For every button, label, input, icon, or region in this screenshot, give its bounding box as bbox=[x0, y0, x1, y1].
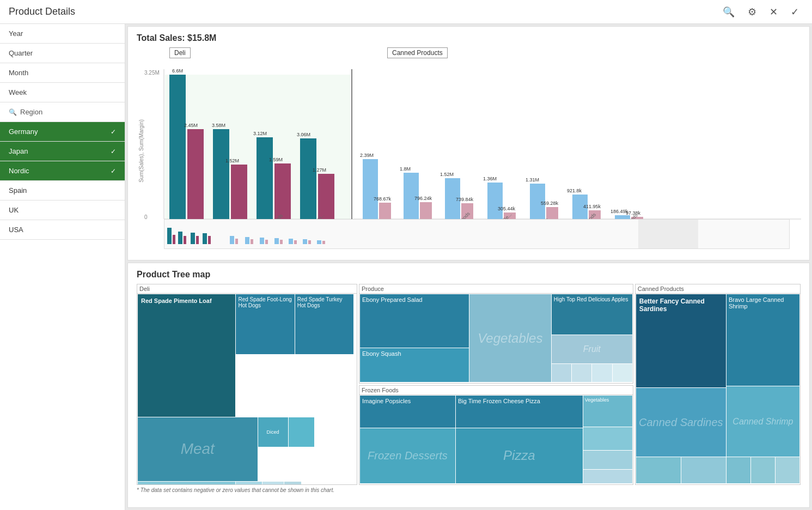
treemap-cell-fr1[interactable] bbox=[583, 427, 632, 450]
bar-alcoholic-sales[interactable] bbox=[487, 183, 503, 219]
treemap-frozen-section: Frozen Foods Imagine Popsicles Frozen De… bbox=[359, 385, 633, 485]
svg-rect-55 bbox=[274, 238, 279, 244]
svg-text:1.27M: 1.27M bbox=[313, 167, 326, 173]
treemap-cell-canned-shrimp[interactable]: Canned Shrimp bbox=[726, 386, 799, 456]
bar-dairy-margin[interactable] bbox=[379, 203, 391, 219]
treemap-cell-ebony-salad[interactable]: Ebony Prepared Salad bbox=[360, 294, 469, 348]
treemap-cell-fr2[interactable] bbox=[583, 451, 632, 469]
svg-text:1.8M: 1.8M bbox=[400, 166, 411, 172]
svg-text:1.36M: 1.36M bbox=[483, 176, 497, 181]
treemap-canned-inner: Better Fancy Canned Sardines Canned Sard… bbox=[636, 294, 800, 484]
region-germany[interactable]: Germany ✓ bbox=[0, 122, 125, 142]
svg-rect-56 bbox=[280, 240, 283, 244]
treemap-cell-small1[interactable] bbox=[289, 417, 314, 447]
treemap-frozen-left: Imagine Popsicles Frozen Desserts bbox=[360, 396, 455, 483]
svg-text:3.25M: 3.25M bbox=[144, 70, 160, 76]
chart-title: Total Sales: $15.8M bbox=[137, 33, 801, 43]
bar-frozen-margin[interactable] bbox=[274, 163, 291, 219]
svg-rect-50 bbox=[235, 239, 238, 244]
svg-text:2.45M: 2.45M bbox=[184, 123, 198, 128]
confirm-button[interactable]: ✓ bbox=[786, 4, 803, 20]
treemap-cell-popsicles[interactable]: Imagine Popsicles bbox=[360, 396, 455, 428]
region-nordic-label: Nordic bbox=[9, 167, 29, 175]
treemap-cell-hightop[interactable]: High Top Red Delicious Apples bbox=[552, 294, 632, 335]
bar-beverages-margin[interactable] bbox=[546, 207, 558, 219]
svg-rect-62 bbox=[322, 241, 325, 244]
settings-button[interactable]: ⚙ bbox=[743, 4, 761, 20]
treemap-cell-fr3[interactable] bbox=[583, 470, 632, 483]
treemap-cell-footlong[interactable]: Red Spade Foot-Long Hot Dogs bbox=[236, 294, 294, 354]
bar-deli-margin[interactable] bbox=[187, 129, 204, 219]
svg-text:3.06M: 3.06M bbox=[297, 132, 310, 137]
svg-rect-58 bbox=[294, 240, 297, 244]
svg-rect-44 bbox=[184, 236, 186, 244]
svg-rect-57 bbox=[289, 239, 293, 244]
bar-frozen-sales[interactable] bbox=[257, 137, 273, 219]
chart-body: Deli Canned Products 3.25M 0 Sum(Sales),… bbox=[137, 47, 801, 249]
page-title: Product Details bbox=[9, 6, 75, 17]
treemap-cell-cm2[interactable] bbox=[681, 457, 726, 483]
region-uk[interactable]: UK bbox=[0, 201, 125, 220]
svg-rect-42 bbox=[173, 235, 175, 244]
bar-deli-sales[interactable] bbox=[169, 75, 186, 219]
svg-text:768.67k: 768.67k bbox=[374, 196, 392, 202]
treemap-cell-sm3[interactable] bbox=[262, 482, 284, 485]
region-usa[interactable]: USA bbox=[0, 220, 125, 240]
treemap-cell-diced[interactable]: Diced bbox=[258, 417, 288, 447]
filter-month[interactable]: Month bbox=[0, 63, 125, 83]
treemap-cell-mp3[interactable] bbox=[592, 364, 612, 382]
checkmark-nordic: ✓ bbox=[111, 167, 116, 175]
treemap-cell-veg-frozen[interactable]: Vegetables bbox=[583, 396, 632, 427]
region-japan[interactable]: Japan ✓ bbox=[0, 142, 125, 161]
treemap-cell-cr2[interactable] bbox=[751, 457, 775, 483]
treemap-cell-meat[interactable]: Meat bbox=[138, 417, 258, 481]
treemap-title: Product Tree map bbox=[137, 270, 801, 280]
bar-canned-margin[interactable] bbox=[318, 174, 334, 219]
svg-rect-51 bbox=[245, 237, 249, 244]
treemap-cell-cr1[interactable] bbox=[726, 457, 750, 483]
svg-text:1.31M: 1.31M bbox=[526, 177, 539, 183]
close-button[interactable]: ✕ bbox=[765, 4, 782, 20]
treemap-cell-mp4[interactable] bbox=[613, 364, 632, 382]
treemap-cell-pizza[interactable]: Pizza bbox=[456, 428, 583, 483]
treemap-cell-sm4[interactable] bbox=[284, 482, 301, 485]
bar-produce-sales[interactable] bbox=[213, 129, 229, 219]
bar-canned-sales[interactable] bbox=[300, 138, 316, 219]
bar-baked-sales[interactable] bbox=[615, 215, 630, 219]
content: Total Sales: $15.8M Deli Canned Products… bbox=[125, 24, 812, 510]
bar-produce-margin[interactable] bbox=[231, 165, 247, 219]
filter-quarter[interactable]: Quarter bbox=[0, 44, 125, 63]
treemap-cell-cheese-pizza[interactable]: Big Time Frozen Cheese Pizza bbox=[456, 396, 583, 428]
treemap-cell-sm2[interactable] bbox=[236, 482, 261, 485]
treemap-cell-sardines[interactable]: Better Fancy Canned Sardines bbox=[636, 294, 726, 387]
filter-year[interactable]: Year bbox=[0, 24, 125, 44]
treemap-cell-frozen-desserts[interactable]: Frozen Desserts bbox=[360, 428, 455, 483]
treemap-cell-shrimp[interactable]: Bravo Large Canned Shrimp bbox=[726, 294, 799, 386]
region-nordic[interactable]: Nordic ✓ bbox=[0, 161, 125, 181]
mini-chart[interactable] bbox=[164, 219, 790, 249]
search-icon: 🔍 bbox=[9, 108, 17, 116]
treemap-cell-vegetables[interactable]: Vegetables bbox=[469, 294, 551, 382]
treemap-cell-turkey[interactable]: Red Spade Turkey Hot Dogs bbox=[295, 294, 353, 354]
bar-snacks-margin[interactable] bbox=[420, 202, 432, 219]
region-header: 🔍 Region bbox=[0, 102, 125, 122]
treemap-cell-cm1[interactable] bbox=[636, 457, 681, 483]
treemap-cell-mp2[interactable] bbox=[572, 364, 591, 382]
treemap-cell-pimento[interactable]: Red Spade Pimento Loaf bbox=[138, 294, 235, 417]
treemap-cell-ebony-squash[interactable]: Ebony Squash bbox=[360, 348, 469, 382]
svg-text:739.84k: 739.84k bbox=[456, 197, 474, 202]
bar-dairy-sales[interactable] bbox=[363, 159, 378, 219]
bar-chart-svg: 3.25M 0 Sum(Sales), Sum(Margin) 6.6M bbox=[137, 58, 807, 244]
treemap-cell-cr3[interactable] bbox=[776, 457, 799, 483]
region-spain[interactable]: Spain bbox=[0, 181, 125, 201]
treemap-cell-canned-sardines[interactable]: Canned Sardines bbox=[636, 388, 726, 457]
search-button[interactable]: 🔍 bbox=[718, 4, 739, 20]
svg-text:3.12M: 3.12M bbox=[253, 131, 267, 136]
treemap-cell-mp1[interactable] bbox=[552, 364, 571, 382]
svg-rect-46 bbox=[196, 236, 199, 244]
svg-rect-60 bbox=[308, 240, 311, 244]
svg-rect-53 bbox=[260, 238, 264, 244]
filter-week[interactable]: Week bbox=[0, 83, 125, 102]
treemap-cell-fruit[interactable]: Fruit bbox=[552, 335, 632, 364]
treemap-cell-cutting[interactable]: Cutting Edge Foot-Long Hot Dogs bbox=[138, 482, 235, 485]
